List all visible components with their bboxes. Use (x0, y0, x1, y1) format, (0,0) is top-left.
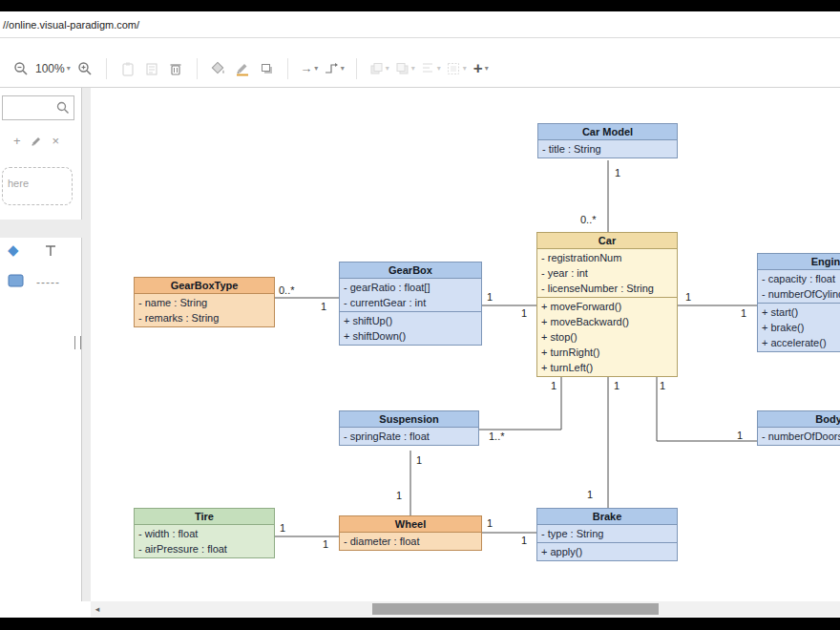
attribute: - title : String (538, 141, 677, 157)
chevron-down-icon: ▾ (485, 64, 489, 73)
palette-dashed-line-shape[interactable]: ----- (36, 276, 60, 289)
multiplicity-label[interactable]: 1 (551, 380, 556, 392)
toolbar-separator (106, 58, 107, 79)
add-palette-button[interactable]: + (13, 134, 21, 148)
class-box-wheel[interactable]: Wheel - diameter : float (339, 515, 482, 551)
magnifier-minus-icon (13, 61, 29, 76)
zoom-in-button[interactable] (75, 57, 94, 80)
class-name: Engine (758, 254, 840, 270)
class-box-gearboxtype[interactable]: GearBoxType - name : String - remarks : … (134, 277, 275, 327)
multiplicity-label[interactable]: 1 (521, 535, 527, 547)
operation: + moveBackward() (537, 314, 677, 329)
attribute: - width : float (135, 526, 274, 541)
class-box-gearbox[interactable]: GearBox - gearRatio : float[] - currentG… (339, 262, 482, 346)
connector-style-dropdown[interactable]: ▾ (324, 57, 345, 80)
horizontal-scrollbar-thumb[interactable] (372, 603, 659, 615)
palette-controls: + × (13, 132, 74, 149)
multiplicity-label[interactable]: 1 (323, 538, 328, 551)
attribute: - diameter : float (340, 534, 481, 549)
panel-resize-grip[interactable] (74, 336, 81, 349)
class-name: GearBox (340, 262, 481, 279)
multiplicity-label[interactable]: 1 (280, 522, 285, 535)
operations-compartment: + apply() (537, 542, 677, 560)
attribute: - remarks : String (135, 310, 274, 326)
bottom-window-bar (0, 618, 840, 630)
multiplicity-label[interactable]: 0..* (580, 214, 597, 226)
multiplicity-label[interactable]: 1 (615, 167, 620, 179)
zoom-level-dropdown[interactable]: 100% ▾ (35, 57, 71, 80)
class-box-body[interactable]: Body - numberOfDoors : int (757, 410, 840, 446)
bring-forward-dropdown[interactable]: ▾ (368, 57, 389, 80)
attribute: - springRate : float (340, 429, 478, 444)
address-bar[interactable]: //online.visual-paradigm.com/ (0, 11, 840, 38)
class-box-car-model[interactable]: Car Model - title : String (537, 123, 678, 158)
class-box-car[interactable]: Car - registrationNum - year : int - lic… (536, 232, 678, 377)
class-name: GearBoxType (135, 278, 274, 294)
multiplicity-label[interactable]: 1 (614, 380, 620, 392)
send-backward-dropdown[interactable]: ▾ (394, 57, 415, 80)
attributes-compartment: - name : String - remarks : String (135, 294, 274, 326)
palette-diamond-shape[interactable]: ◆ (8, 242, 19, 258)
multiplicity-label[interactable]: 1 (416, 454, 422, 467)
copy-button[interactable] (142, 57, 161, 80)
align-icon (420, 61, 435, 76)
operation: + shiftUp() (340, 313, 481, 328)
clipboard-icon (120, 61, 136, 76)
class-box-tire[interactable]: Tire - width : float - airPressure : flo… (134, 508, 275, 558)
align-dropdown[interactable]: ▾ (420, 57, 441, 80)
multiplicity-label[interactable]: 1..* (489, 430, 505, 443)
multiplicity-label[interactable]: 1 (487, 291, 493, 304)
arrow-style-dropdown[interactable]: → ▾ (300, 57, 319, 80)
url-text: //online.visual-paradigm.com/ (3, 19, 139, 31)
multiplicity-label[interactable]: 1 (587, 489, 593, 501)
elbow-connector-icon (324, 61, 339, 75)
multiplicity-label[interactable]: 1 (487, 517, 493, 530)
multiplicity-label[interactable]: 1 (741, 307, 746, 320)
layers-icon (368, 61, 384, 76)
close-palette-button[interactable]: × (52, 134, 60, 148)
line-color-button[interactable] (233, 57, 252, 80)
multiplicity-label[interactable]: 1 (685, 291, 691, 304)
multiplicity-label[interactable]: 0..* (279, 284, 295, 297)
multiplicity-label[interactable]: 1 (396, 490, 402, 502)
trash-icon (168, 61, 183, 76)
chevron-down-icon: ▾ (341, 64, 345, 73)
class-name: Brake (537, 509, 677, 525)
class-box-engine[interactable]: Engine - capacity : float - numberOfCyli… (757, 253, 840, 352)
panel-divider[interactable] (82, 88, 91, 601)
palette-section-divider (0, 220, 82, 238)
operation: + shiftDown() (340, 328, 481, 344)
shadow-button[interactable] (257, 57, 276, 80)
multiplicity-label[interactable]: 1 (660, 380, 665, 392)
search-input[interactable] (7, 97, 56, 118)
multiplicity-label[interactable]: 1 (737, 430, 743, 442)
chevron-down-icon: ▾ (437, 64, 441, 73)
delete-button[interactable] (166, 57, 185, 80)
palette-anchor-line-shape[interactable] (42, 243, 59, 259)
drag-drop-zone[interactable]: here (2, 167, 73, 205)
multiplicity-label[interactable]: 1 (521, 307, 527, 320)
operation: + stop() (537, 329, 677, 345)
add-shape-dropdown[interactable]: + ▾ (472, 57, 491, 80)
fill-color-button[interactable] (209, 57, 228, 80)
scroll-left-arrow[interactable]: ◂ (91, 601, 104, 617)
multiplicity-label[interactable]: 1 (321, 301, 326, 313)
operation: + turnLeft() (537, 360, 677, 375)
edit-pencil-icon[interactable] (31, 135, 43, 147)
zoom-out-button[interactable] (11, 57, 31, 80)
class-box-brake[interactable]: Brake - type : String + apply() (536, 508, 678, 561)
group-dropdown[interactable]: ▾ (446, 57, 467, 80)
search-icon (56, 101, 70, 115)
paste-button[interactable] (118, 57, 137, 80)
plus-icon: + (473, 59, 483, 78)
attribute: - name : String (135, 295, 274, 310)
class-box-suspension[interactable]: Suspension - springRate : float (339, 410, 479, 446)
attributes-compartment: - registrationNum - year : int - license… (537, 249, 677, 297)
attribute: - numberOfCylinders : int (758, 286, 840, 302)
class-name: Suspension (340, 411, 478, 428)
palette-note-shape[interactable] (8, 274, 25, 288)
operation: + apply() (537, 544, 677, 559)
attribute: - registrationNum (537, 250, 677, 265)
attribute: - licenseNumber : String (537, 281, 677, 296)
attribute: - type : String (537, 526, 677, 541)
